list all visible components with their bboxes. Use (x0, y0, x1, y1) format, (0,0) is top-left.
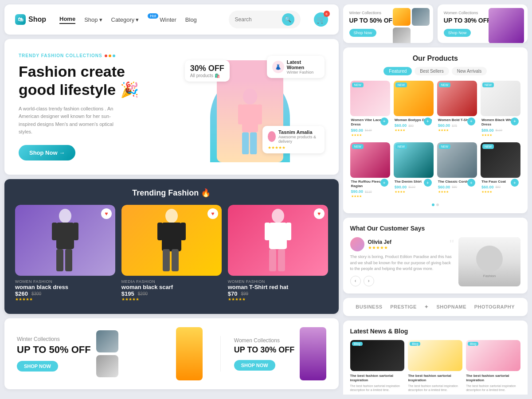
bag-img (96, 355, 118, 377)
prod-img-8: NEW (481, 142, 520, 178)
trend-card-1: ♥ WOMEN FASHION woman black dress $260 $… (15, 205, 115, 305)
cart-button[interactable]: 🛒 6 (314, 12, 328, 27)
dot-2[interactable] (436, 203, 439, 206)
latest-card-sub: Winter Fashion (287, 70, 319, 74)
nav-home[interactable]: Home (59, 16, 75, 24)
heart-1[interactable]: ♥ (101, 208, 112, 219)
nav-blog[interactable]: Blog (185, 16, 197, 23)
tab-new-arrivals[interactable]: New Arrivals (452, 67, 487, 75)
nav-category[interactable]: Category ▾ (111, 16, 139, 23)
prod-card-4: NEW Women Black White Dress $89.00 $110 … (481, 81, 520, 139)
trend-info-3: WOMEN FASHION woman T-Shirt red hat $70 … (228, 276, 328, 305)
svg-rect-11 (65, 249, 72, 271)
coll-img-woman (393, 8, 411, 26)
news-img-wrap-3: Blog (466, 340, 520, 371)
news-title-2: The best fashion sartorial inspiration (408, 374, 462, 383)
model-figure-2 (300, 327, 326, 380)
products-section: Our Products Featured Best Sellers New A… (343, 47, 528, 214)
prod-add-4[interactable]: + (511, 117, 519, 125)
prod-badge-1: NEW (352, 82, 364, 87)
coll-img-bag (393, 27, 411, 43)
dot-1[interactable] (432, 203, 434, 206)
testimonial-section: What Our Customer Says Olivia Jef ★★★★★ … (343, 218, 528, 293)
coll-btn-2[interactable]: Shop Now (444, 29, 471, 37)
svg-rect-23 (278, 249, 285, 271)
news-card-2: Blog The best fashion sartorial inspirat… (408, 340, 462, 392)
prod-card-7: NEW The Classic Corduroy $60.00 $80 ★★★★… (437, 142, 477, 200)
prev-testimonial[interactable]: ‹ (350, 276, 361, 286)
trend-cat-3: WOMEN FASHION (228, 279, 328, 284)
trend-cat-1: WOMEN FASHION (15, 279, 115, 284)
prod-badge-8: NEW (482, 144, 494, 149)
news-tag-1: Blog (352, 342, 363, 346)
prod-img-4: NEW (481, 81, 520, 116)
trend-stars-3: ★★★★★ (228, 297, 328, 301)
prod-add-5[interactable]: + (380, 179, 388, 187)
logo-icon: 🛍 (15, 14, 26, 25)
prod-card-5: NEW The Rufflou Fleece Raglan $90.00 $11… (350, 142, 390, 200)
svg-rect-19 (269, 223, 287, 249)
prod-badge-4: NEW (482, 82, 494, 87)
trend-stars-2: ★★★★★ (121, 297, 222, 301)
review-card: Tasnim Amalia Awesome products & deliver… (262, 126, 325, 153)
tab-bestsellers[interactable]: Best Sellers (415, 67, 449, 75)
heart-2[interactable]: ♥ (207, 208, 218, 219)
search-button[interactable]: 🔍 (282, 13, 294, 26)
nav-winter[interactable]: Hot Winter (148, 16, 176, 23)
navbar: 🛍 Shop Home Shop ▾ Category ▾ Hot Winter… (4, 4, 339, 35)
trend-name-2: woman black scarf (121, 284, 222, 290)
nav-shop[interactable]: Shop ▾ (84, 16, 102, 23)
news-grid: Blog The best fashion sartorial inspirat… (350, 340, 520, 392)
women-right: Women Collections UP TO 30% OFF SHOP NOW (234, 337, 295, 371)
heart-3[interactable]: ♥ (314, 208, 325, 219)
product-label: Fashion (483, 274, 496, 278)
prod-add-2[interactable]: + (424, 117, 432, 125)
search-input[interactable] (235, 16, 279, 23)
tab-featured[interactable]: Featured (383, 67, 412, 75)
trend-card-3: ♥ WOMEN FASHION woman T-Shirt red hat $7… (228, 205, 328, 305)
news-title-3: The best fashion sartorial inspiration (466, 374, 520, 383)
prod-img-5: NEW (350, 142, 390, 178)
offer-text: All products 🛍️ (190, 73, 224, 78)
products-title: Our Products (350, 55, 520, 63)
trend-card-2: ♥ MEDIA FASHION woman black scarf $195 $… (121, 205, 222, 305)
trend-name-3: woman T-Shirt red hat (228, 284, 328, 290)
winter-sub: Winter Collections (17, 336, 91, 342)
svg-rect-5 (250, 133, 257, 155)
prod-add-3[interactable]: + (467, 117, 475, 125)
news-img-wrap-1: Blog (350, 340, 405, 371)
brands-section: BUSINESS PRESTIGE ✦ SHOPNAME PHOTOGRAPHY (343, 298, 528, 316)
prod-badge-6: NEW (395, 144, 407, 149)
testimonial-stars: ★★★★★ (368, 245, 391, 250)
prod-add-1[interactable]: + (380, 117, 388, 125)
winter-accessories (96, 330, 118, 377)
hero-description: A world-class trendy fashion collections… (19, 105, 125, 136)
reviewer-stars: ★★★★★ (268, 145, 319, 150)
nav-links: Home Shop ▾ Category ▾ Hot Winter Blog (59, 16, 215, 24)
hero-visual: 30% OFF All products 🛍️ 👗 Latest Women W… (176, 51, 325, 162)
next-testimonial[interactable]: › (364, 276, 374, 286)
products-pagination (350, 203, 520, 206)
winter-badge: Hot (148, 13, 158, 19)
product-circle (476, 246, 503, 272)
dot-red (105, 55, 107, 57)
brand-1: BUSINESS (356, 304, 382, 309)
cart-count: 6 (324, 11, 330, 17)
products-tabs: Featured Best Sellers New Arrivals (350, 67, 520, 75)
shop-now-button[interactable]: Shop Now → (19, 145, 75, 160)
coll-img-model (489, 8, 524, 43)
banner-divider (220, 336, 221, 372)
brand-2: PRESTIGE (390, 304, 417, 309)
winter-shop-btn[interactable]: SHOP NOW (17, 361, 58, 372)
women-shop-btn[interactable]: SHOP NOW (234, 360, 275, 371)
coll-btn-1[interactable]: Shop Now (349, 29, 377, 37)
testimonial-content: Olivia Jef ★★★★★ " The story is boring, … (350, 237, 520, 286)
prod-img-1: NEW (350, 81, 390, 116)
news-desc-1: The best fashion sartorial inspiration d… (350, 384, 405, 393)
news-tag-2: Blog (410, 342, 420, 346)
svg-rect-13 (162, 223, 181, 251)
reviewer-name: Tasnim Amalia (278, 129, 319, 135)
watch-img (96, 330, 118, 352)
prod-badge-7: NEW (439, 144, 450, 149)
left-panel: 🛍 Shop Home Shop ▾ Category ▾ Hot Winter… (4, 4, 339, 395)
